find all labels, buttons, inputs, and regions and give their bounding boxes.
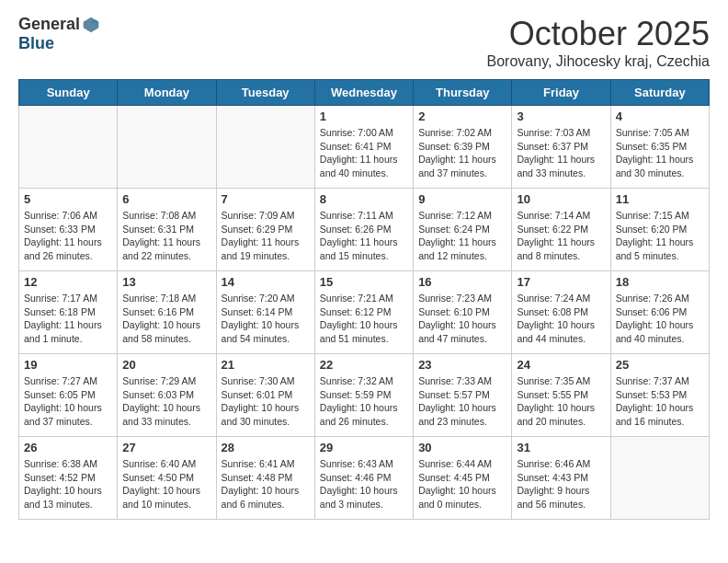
day-info: Sunrise: 7:03 AM Sunset: 6:37 PM Dayligh… xyxy=(517,126,605,180)
day-info: Sunrise: 6:38 AM Sunset: 4:52 PM Dayligh… xyxy=(24,457,112,511)
day-number: 6 xyxy=(122,192,210,206)
day-cell-7: 7Sunrise: 7:09 AM Sunset: 6:29 PM Daylig… xyxy=(216,189,314,271)
day-cell-11: 11Sunrise: 7:15 AM Sunset: 6:20 PM Dayli… xyxy=(610,189,709,271)
day-cell-16: 16Sunrise: 7:23 AM Sunset: 6:10 PM Dayli… xyxy=(414,271,512,354)
day-cell-30: 30Sunrise: 6:44 AM Sunset: 4:45 PM Dayli… xyxy=(414,437,512,520)
day-number: 10 xyxy=(517,192,605,206)
day-info: Sunrise: 7:08 AM Sunset: 6:31 PM Dayligh… xyxy=(122,209,210,263)
day-cell-empty xyxy=(610,437,709,520)
day-cell-17: 17Sunrise: 7:24 AM Sunset: 6:08 PM Dayli… xyxy=(512,271,610,354)
logo: General Blue xyxy=(18,15,100,53)
day-cell-24: 24Sunrise: 7:35 AM Sunset: 5:55 PM Dayli… xyxy=(512,354,610,437)
weekday-header-monday: Monday xyxy=(118,80,216,106)
day-number: 7 xyxy=(222,192,310,206)
day-info: Sunrise: 7:11 AM Sunset: 6:26 PM Dayligh… xyxy=(320,209,408,263)
day-info: Sunrise: 7:29 AM Sunset: 6:03 PM Dayligh… xyxy=(122,374,210,429)
day-cell-10: 10Sunrise: 7:14 AM Sunset: 6:22 PM Dayli… xyxy=(512,189,610,271)
day-number: 25 xyxy=(616,358,704,372)
day-number: 5 xyxy=(24,192,112,206)
calendar-table: SundayMondayTuesdayWednesdayThursdayFrid… xyxy=(18,79,710,520)
day-cell-14: 14Sunrise: 7:20 AM Sunset: 6:14 PM Dayli… xyxy=(216,271,314,354)
day-number: 17 xyxy=(517,275,605,289)
day-number: 27 xyxy=(122,441,210,454)
day-info: Sunrise: 7:02 AM Sunset: 6:39 PM Dayligh… xyxy=(418,126,506,180)
day-number: 9 xyxy=(418,192,506,206)
day-info: Sunrise: 7:06 AM Sunset: 6:33 PM Dayligh… xyxy=(24,209,112,263)
day-cell-empty xyxy=(19,106,118,189)
day-cell-18: 18Sunrise: 7:26 AM Sunset: 6:06 PM Dayli… xyxy=(610,271,709,354)
day-info: Sunrise: 7:20 AM Sunset: 6:14 PM Dayligh… xyxy=(222,292,310,346)
day-info: Sunrise: 6:41 AM Sunset: 4:48 PM Dayligh… xyxy=(222,457,310,511)
day-number: 18 xyxy=(616,275,704,289)
weekday-header-friday: Friday xyxy=(512,80,610,106)
weekday-header-sunday: Sunday xyxy=(19,80,118,106)
day-info: Sunrise: 7:32 AM Sunset: 5:59 PM Dayligh… xyxy=(320,374,408,429)
day-info: Sunrise: 7:35 AM Sunset: 5:55 PM Dayligh… xyxy=(517,374,605,429)
day-cell-2: 2Sunrise: 7:02 AM Sunset: 6:39 PM Daylig… xyxy=(414,106,512,189)
day-number: 21 xyxy=(222,358,310,372)
day-info: Sunrise: 6:44 AM Sunset: 4:45 PM Dayligh… xyxy=(418,457,506,511)
day-number: 19 xyxy=(24,358,112,372)
day-number: 22 xyxy=(320,358,408,372)
day-cell-21: 21Sunrise: 7:30 AM Sunset: 6:01 PM Dayli… xyxy=(216,354,314,437)
day-number: 13 xyxy=(122,275,210,289)
day-number: 8 xyxy=(320,192,408,206)
day-cell-19: 19Sunrise: 7:27 AM Sunset: 6:05 PM Dayli… xyxy=(19,354,118,437)
day-number: 16 xyxy=(418,275,506,289)
day-cell-22: 22Sunrise: 7:32 AM Sunset: 5:59 PM Dayli… xyxy=(314,354,413,437)
day-info: Sunrise: 7:21 AM Sunset: 6:12 PM Dayligh… xyxy=(320,292,408,346)
day-number: 3 xyxy=(517,109,605,123)
day-number: 31 xyxy=(517,441,605,454)
week-row-1: 1Sunrise: 7:00 AM Sunset: 6:41 PM Daylig… xyxy=(19,106,710,189)
day-number: 29 xyxy=(320,441,408,454)
weekday-header-row: SundayMondayTuesdayWednesdayThursdayFrid… xyxy=(19,80,710,106)
logo-blue-text: Blue xyxy=(18,34,100,53)
day-cell-26: 26Sunrise: 6:38 AM Sunset: 4:52 PM Dayli… xyxy=(19,437,118,520)
day-cell-31: 31Sunrise: 6:46 AM Sunset: 4:43 PM Dayli… xyxy=(512,437,610,520)
day-number: 11 xyxy=(616,192,704,206)
day-cell-23: 23Sunrise: 7:33 AM Sunset: 5:57 PM Dayli… xyxy=(414,354,512,437)
weekday-header-tuesday: Tuesday xyxy=(216,80,314,106)
day-cell-25: 25Sunrise: 7:37 AM Sunset: 5:53 PM Dayli… xyxy=(610,354,709,437)
day-cell-6: 6Sunrise: 7:08 AM Sunset: 6:31 PM Daylig… xyxy=(118,189,216,271)
day-cell-12: 12Sunrise: 7:17 AM Sunset: 6:18 PM Dayli… xyxy=(19,271,118,354)
day-cell-27: 27Sunrise: 6:40 AM Sunset: 4:50 PM Dayli… xyxy=(118,437,216,520)
logo-icon xyxy=(82,16,100,34)
day-cell-20: 20Sunrise: 7:29 AM Sunset: 6:03 PM Dayli… xyxy=(118,354,216,437)
day-cell-29: 29Sunrise: 6:43 AM Sunset: 4:46 PM Dayli… xyxy=(314,437,413,520)
day-info: Sunrise: 7:18 AM Sunset: 6:16 PM Dayligh… xyxy=(122,292,210,346)
day-info: Sunrise: 7:05 AM Sunset: 6:35 PM Dayligh… xyxy=(616,126,704,180)
day-number: 30 xyxy=(418,441,506,454)
day-cell-empty xyxy=(216,106,314,189)
week-row-4: 19Sunrise: 7:27 AM Sunset: 6:05 PM Dayli… xyxy=(19,354,710,437)
logo-general-text: General xyxy=(18,15,80,34)
day-info: Sunrise: 7:15 AM Sunset: 6:20 PM Dayligh… xyxy=(616,209,704,263)
day-info: Sunrise: 7:09 AM Sunset: 6:29 PM Dayligh… xyxy=(222,209,310,263)
day-info: Sunrise: 7:17 AM Sunset: 6:18 PM Dayligh… xyxy=(24,292,112,346)
day-info: Sunrise: 7:23 AM Sunset: 6:10 PM Dayligh… xyxy=(418,292,506,346)
calendar-subtitle: Borovany, Jihocesky kraj, Czechia xyxy=(487,53,710,70)
day-number: 2 xyxy=(418,109,506,123)
day-cell-28: 28Sunrise: 6:41 AM Sunset: 4:48 PM Dayli… xyxy=(216,437,314,520)
day-number: 26 xyxy=(24,441,112,454)
day-info: Sunrise: 7:30 AM Sunset: 6:01 PM Dayligh… xyxy=(222,374,310,429)
weekday-header-saturday: Saturday xyxy=(610,80,709,106)
day-info: Sunrise: 7:26 AM Sunset: 6:06 PM Dayligh… xyxy=(616,292,704,346)
day-info: Sunrise: 7:00 AM Sunset: 6:41 PM Dayligh… xyxy=(320,126,408,180)
day-cell-5: 5Sunrise: 7:06 AM Sunset: 6:33 PM Daylig… xyxy=(19,189,118,271)
day-info: Sunrise: 7:24 AM Sunset: 6:08 PM Dayligh… xyxy=(517,292,605,346)
calendar-title: October 2025 xyxy=(487,15,710,53)
day-info: Sunrise: 6:40 AM Sunset: 4:50 PM Dayligh… xyxy=(122,457,210,511)
day-number: 23 xyxy=(418,358,506,372)
day-number: 4 xyxy=(616,109,704,123)
day-cell-8: 8Sunrise: 7:11 AM Sunset: 6:26 PM Daylig… xyxy=(314,189,413,271)
day-number: 12 xyxy=(24,275,112,289)
title-block: October 2025 Borovany, Jihocesky kraj, C… xyxy=(487,15,710,70)
day-cell-1: 1Sunrise: 7:00 AM Sunset: 6:41 PM Daylig… xyxy=(314,106,413,189)
week-row-3: 12Sunrise: 7:17 AM Sunset: 6:18 PM Dayli… xyxy=(19,271,710,354)
day-number: 24 xyxy=(517,358,605,372)
day-info: Sunrise: 7:14 AM Sunset: 6:22 PM Dayligh… xyxy=(517,209,605,263)
day-cell-13: 13Sunrise: 7:18 AM Sunset: 6:16 PM Dayli… xyxy=(118,271,216,354)
day-info: Sunrise: 7:33 AM Sunset: 5:57 PM Dayligh… xyxy=(418,374,506,429)
day-cell-3: 3Sunrise: 7:03 AM Sunset: 6:37 PM Daylig… xyxy=(512,106,610,189)
